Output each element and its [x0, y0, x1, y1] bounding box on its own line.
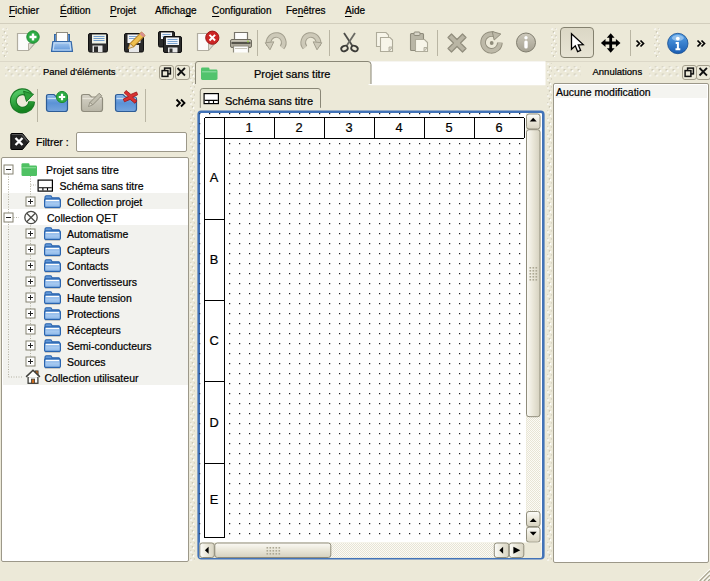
svg-text:Récepteurs: Récepteurs [67, 324, 121, 336]
svg-text:A: A [210, 170, 219, 185]
svg-text:Projet sans titre: Projet sans titre [46, 164, 119, 176]
svg-text:Protections: Protections [67, 308, 120, 320]
svg-text:2: 2 [295, 120, 302, 135]
svg-text:Sources: Sources [67, 356, 106, 368]
svg-text:Collection QET: Collection QET [47, 212, 118, 224]
svg-text:Projet sans titre: Projet sans titre [254, 68, 330, 80]
svg-text:Haute tension: Haute tension [67, 292, 132, 304]
svg-text:Automatisme: Automatisme [67, 228, 128, 240]
svg-text:B: B [210, 252, 219, 267]
svg-text:4: 4 [395, 120, 402, 135]
svg-text:6: 6 [495, 120, 502, 135]
svg-text:1: 1 [245, 120, 252, 135]
svg-text:5: 5 [445, 120, 452, 135]
svg-text:E: E [210, 492, 219, 507]
svg-text:Contacts: Contacts [67, 260, 108, 272]
svg-text:Schéma sans titre: Schéma sans titre [60, 180, 144, 192]
svg-text:Collection utilisateur: Collection utilisateur [45, 372, 139, 384]
svg-text:3: 3 [345, 120, 352, 135]
svg-text:Schéma sans titre: Schéma sans titre [225, 95, 313, 107]
svg-text:Convertisseurs: Convertisseurs [67, 276, 137, 288]
svg-text:Filtrer :: Filtrer : [36, 136, 69, 148]
svg-text:Semi-conducteurs: Semi-conducteurs [67, 340, 152, 352]
svg-text:D: D [209, 415, 218, 430]
svg-text:Collection projet: Collection projet [67, 196, 142, 208]
svg-text:C: C [209, 333, 218, 348]
svg-text:Capteurs: Capteurs [67, 244, 110, 256]
